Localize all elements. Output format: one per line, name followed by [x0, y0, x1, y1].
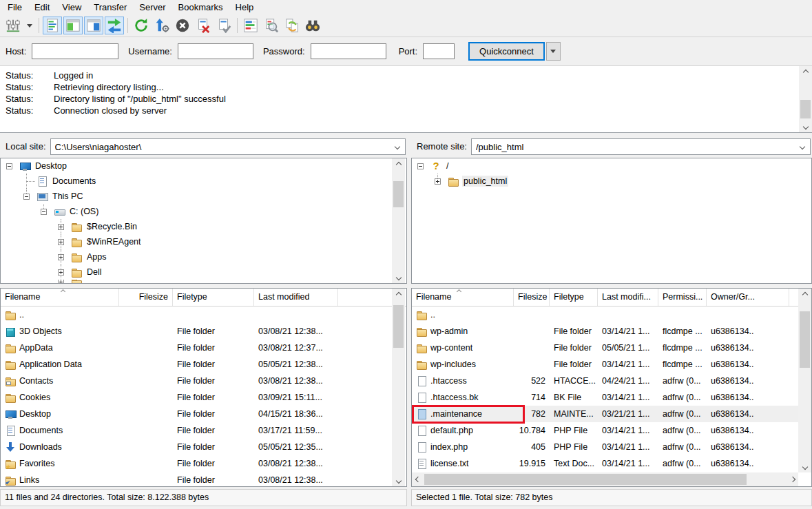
file-row-maintenance-selected[interactable]: .maintenance 782MAINTE...03/21/21 1...ad…: [412, 406, 811, 422]
find-files-button[interactable]: [303, 17, 322, 34]
log-scrollbar[interactable]: [799, 66, 812, 132]
file-row[interactable]: ..: [1, 307, 406, 323]
cancel-button[interactable]: [173, 17, 192, 34]
file-row[interactable]: 3D Objects File folder03/08/21 12:38...: [1, 323, 406, 340]
expand-expander[interactable]: [58, 269, 64, 276]
column-header-filesize[interactable]: Filesize: [514, 289, 550, 306]
tree-item-public-html[interactable]: public_html: [412, 174, 811, 189]
file-row[interactable]: default.php 10.784PHP File03/14/21 1...a…: [412, 422, 811, 439]
column-header-filename[interactable]: Filename: [1, 289, 119, 306]
file-row[interactable]: ★Favorites File folder03/08/21 12:38...: [1, 455, 406, 472]
scroll-down-button[interactable]: [392, 271, 405, 283]
site-manager-dropdown-button[interactable]: [24, 17, 35, 34]
tree-item-c-drive[interactable]: C: (OS): [1, 204, 406, 219]
file-row[interactable]: Desktop File folder04/15/21 18:36...: [1, 406, 406, 422]
column-header-filesize[interactable]: Filesize: [119, 289, 173, 306]
menu-file[interactable]: File: [1, 1, 28, 14]
column-header-filename[interactable]: Filename: [412, 289, 514, 306]
disconnect-button[interactable]: [194, 17, 213, 34]
local-tree-scrollbar[interactable]: [392, 158, 405, 283]
scrollbar-thumb[interactable]: [393, 305, 404, 348]
tree-item-winreagent[interactable]: $WinREAgent: [1, 234, 406, 249]
scroll-up-button[interactable]: [798, 289, 811, 300]
synchronized-browsing-button[interactable]: [282, 17, 302, 34]
local-list-scrollbar[interactable]: [392, 289, 405, 486]
tree-item-root[interactable]: ? /: [412, 158, 811, 174]
file-row[interactable]: Contacts File folder03/08/21 12:38...: [1, 373, 406, 389]
tree-item-this-pc[interactable]: This PC: [1, 189, 406, 204]
scroll-down-button[interactable]: [799, 121, 812, 132]
collapse-expander[interactable]: [41, 209, 47, 215]
collapse-expander[interactable]: [23, 194, 30, 200]
tree-item-desktop[interactable]: Desktop: [1, 158, 406, 174]
file-row[interactable]: license.txt 19.915Text Doc...03/14/21 1.…: [412, 455, 811, 472]
directory-comparison-button[interactable]: [262, 17, 281, 34]
port-input[interactable]: [423, 43, 455, 59]
remote-list-horizontal-scrollbar[interactable]: [412, 472, 798, 486]
column-header-permissions[interactable]: Permissi...: [658, 289, 707, 306]
scrollbar-thumb[interactable]: [424, 474, 747, 485]
column-header-owner-group[interactable]: Owner/Gr...: [707, 289, 789, 306]
expand-expander[interactable]: [435, 178, 441, 185]
file-row[interactable]: wp-includes File folder03/14/21 1...flcd…: [412, 356, 811, 373]
file-row[interactable]: index.php 405PHP File03/14/21 1...adfrw …: [412, 439, 811, 455]
filter-listings-button[interactable]: [241, 17, 260, 34]
tree-item-documents[interactable]: Documents: [1, 174, 406, 189]
file-row[interactable]: Downloads File folder05/05/21 12:35...: [1, 439, 406, 455]
column-header-filetype[interactable]: Filetype: [173, 289, 254, 306]
scroll-up-button[interactable]: [799, 66, 812, 78]
file-row[interactable]: .htaccess 522HTACCE...04/24/21 1...adfrw…: [412, 373, 811, 389]
file-row[interactable]: Links File folder03/08/21 12:38...: [1, 472, 406, 487]
toggle-remote-tree-button[interactable]: [84, 17, 103, 34]
username-input[interactable]: [178, 43, 253, 59]
menu-bookmarks[interactable]: Bookmarks: [172, 1, 229, 14]
expand-expander[interactable]: [58, 224, 64, 230]
file-row[interactable]: wp-admin File folder03/14/21 1...flcdmpe…: [412, 323, 811, 340]
toggle-message-log-button[interactable]: [43, 17, 62, 34]
scroll-right-button[interactable]: [787, 472, 798, 486]
tree-item-dell[interactable]: Dell: [1, 264, 406, 280]
quickconnect-dropdown-button[interactable]: [546, 42, 561, 61]
column-header-last-modified[interactable]: Last modified: [254, 289, 338, 306]
scroll-down-button[interactable]: [798, 461, 811, 472]
password-input[interactable]: [311, 43, 386, 59]
scroll-down-button[interactable]: [392, 475, 405, 486]
collapse-expander[interactable]: [6, 163, 12, 169]
expand-expander[interactable]: [58, 239, 64, 245]
reconnect-button[interactable]: [214, 17, 233, 34]
column-header-filetype[interactable]: Filetype: [550, 289, 598, 306]
scroll-up-button[interactable]: [392, 158, 405, 170]
local-site-combobox[interactable]: C:\Users\niagahoster\: [50, 138, 406, 155]
menu-transfer[interactable]: Transfer: [87, 1, 133, 14]
tree-item-recycle-bin[interactable]: $Recycle.Bin: [1, 219, 406, 234]
remote-list-scrollbar[interactable]: [798, 289, 811, 472]
expand-expander[interactable]: [58, 254, 64, 260]
quickconnect-button[interactable]: Quickconnect: [468, 42, 545, 61]
menu-server[interactable]: Server: [133, 1, 171, 14]
menu-view[interactable]: View: [56, 1, 87, 14]
toggle-local-tree-button[interactable]: [63, 17, 83, 34]
scroll-left-button[interactable]: [412, 472, 424, 486]
column-header-last-modified[interactable]: Last modifi...: [598, 289, 658, 306]
refresh-button[interactable]: [132, 17, 151, 34]
file-row[interactable]: ..: [412, 307, 811, 323]
remote-site-combobox[interactable]: /public_html: [471, 138, 811, 155]
file-row[interactable]: Documents File folder03/17/21 11:59...: [1, 422, 406, 439]
file-row[interactable]: AppData File folder03/08/21 12:37...: [1, 340, 406, 356]
tree-item-apps[interactable]: Apps: [1, 249, 406, 264]
collapse-expander[interactable]: [417, 163, 424, 169]
menu-edit[interactable]: Edit: [28, 1, 56, 14]
file-row[interactable]: Application Data File folder05/05/21 12:…: [1, 356, 406, 373]
file-row[interactable]: wp-content File folder05/05/21 1...flcdm…: [412, 340, 811, 356]
scrollbar-thumb[interactable]: [393, 181, 404, 207]
process-queue-button[interactable]: [152, 17, 171, 34]
site-manager-button[interactable]: [3, 17, 23, 34]
scrollbar-thumb[interactable]: [800, 311, 810, 368]
host-input[interactable]: [32, 43, 118, 59]
file-row[interactable]: Cookies File folder03/09/21 15:11...: [1, 389, 406, 406]
scroll-up-button[interactable]: [392, 289, 405, 300]
scrollbar-thumb[interactable]: [800, 100, 811, 118]
menu-help[interactable]: Help: [229, 1, 260, 14]
toggle-transfer-queue-button[interactable]: [105, 17, 124, 34]
file-row[interactable]: .htaccess.bk 714BK File03/14/21 1...adfr…: [412, 389, 811, 406]
